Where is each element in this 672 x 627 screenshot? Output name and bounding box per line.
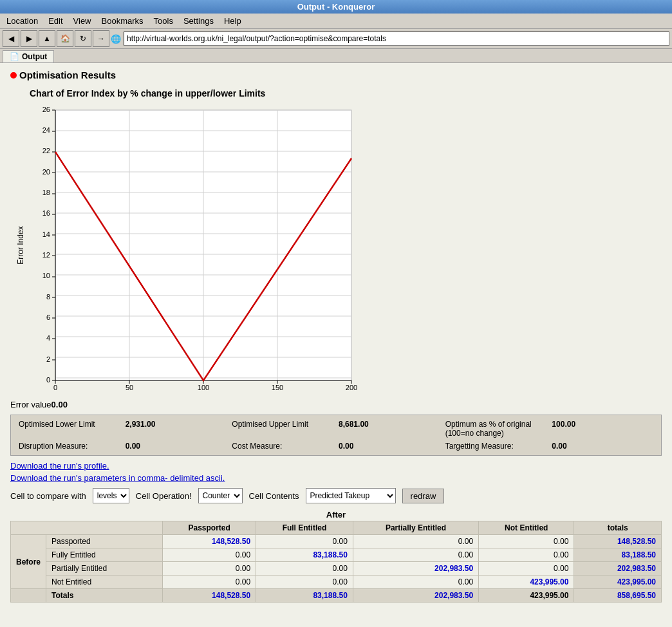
svg-text:20: 20 xyxy=(42,168,50,176)
download-profile-link[interactable]: Download the run's profile. xyxy=(10,461,662,471)
cell-passported-not: 0.00 xyxy=(479,535,574,548)
menu-edit[interactable]: Edit xyxy=(44,15,66,27)
upper-limit-value: 8,681.00 xyxy=(336,419,443,438)
cell-not-not: 423,995.00 xyxy=(479,576,574,589)
row-label-passported: Passported xyxy=(46,535,163,548)
menu-help[interactable]: Help xyxy=(220,15,245,27)
cell-compare-select[interactable]: levels xyxy=(93,488,129,503)
disruption-label: Disruption Measure: xyxy=(16,441,123,451)
targeting-label: Targetting Measure: xyxy=(443,441,550,451)
results-row-1: Optimised Lower Limit 2,931.00 Optimised… xyxy=(11,418,661,440)
svg-text:Error Index: Error Index xyxy=(16,226,25,264)
upper-limit-label: Optimised Upper Limit xyxy=(229,419,336,438)
results-row-2: Disruption Measure: 0.00 Cost Measure: 0… xyxy=(11,440,661,453)
cell-fully-totals: 83,188.50 xyxy=(574,548,662,562)
output-tab[interactable]: 📄 Output xyxy=(3,50,54,62)
back-button[interactable]: ◀ xyxy=(3,30,19,47)
cell-passported-full: 0.00 xyxy=(256,535,353,548)
svg-text:10: 10 xyxy=(42,272,50,279)
table-row: Fully Entitled 0.00 83,188.50 0.00 0.00 … xyxy=(11,548,662,562)
cell-partial-totals: 202,983.50 xyxy=(574,562,662,576)
disruption-value: 0.00 xyxy=(123,441,230,451)
row-label-fully: Fully Entitled xyxy=(46,548,163,562)
lower-limit-label: Optimised Lower Limit xyxy=(16,419,123,438)
svg-text:18: 18 xyxy=(42,189,50,196)
cell-passported-passported: 148,528.50 xyxy=(163,535,256,548)
col-header-not: Not Entitled xyxy=(479,521,574,535)
cell-fully-passported: 0.00 xyxy=(163,548,256,562)
svg-text:200: 200 xyxy=(346,384,357,391)
download-params-link[interactable]: Download the run's parameters in comma- … xyxy=(10,473,662,483)
menu-settings[interactable]: Settings xyxy=(180,15,218,27)
svg-text:22: 22 xyxy=(42,147,50,154)
page-title: Optimisation Results xyxy=(19,70,116,80)
svg-text:12: 12 xyxy=(42,251,50,259)
tab-label: Output xyxy=(22,52,47,61)
forward-button[interactable]: ▶ xyxy=(21,30,37,47)
totals-passported: 148,528.50 xyxy=(163,589,256,603)
targeting-value: 0.00 xyxy=(549,441,656,451)
svg-text:2: 2 xyxy=(46,355,50,363)
address-input[interactable] xyxy=(124,32,669,46)
window-title: Output - Konqueror xyxy=(297,2,375,12)
title-bar: Output - Konqueror xyxy=(0,0,672,14)
menu-view[interactable]: View xyxy=(70,15,95,27)
totals-total: 858,695.50 xyxy=(574,589,662,603)
error-value: 0.00 xyxy=(51,400,68,409)
controls-row: Cell to compare with levels Cell Operati… xyxy=(10,488,662,503)
svg-text:100: 100 xyxy=(198,384,209,391)
title-dot xyxy=(10,72,17,79)
page-content: Optimisation Results Chart of Error Inde… xyxy=(0,63,672,613)
table-row: Not Entitled 0.00 0.00 0.00 423,995.00 4… xyxy=(11,576,662,589)
cell-operation-select[interactable]: Counter xyxy=(198,488,243,503)
cell-not-passported: 0.00 xyxy=(163,576,256,589)
svg-text:0: 0 xyxy=(46,376,50,384)
menu-bar: Location Edit View Bookmarks Tools Setti… xyxy=(0,14,672,29)
cell-not-partial: 0.00 xyxy=(353,576,478,589)
redraw-button[interactable]: redraw xyxy=(402,489,445,503)
totals-row: Totals 148,528.50 83,188.50 202,983.50 4… xyxy=(11,589,662,603)
menu-location[interactable]: Location xyxy=(3,15,42,27)
totals-full: 83,188.50 xyxy=(256,589,353,603)
data-table: Passported Full Entitled Partially Entit… xyxy=(10,521,662,603)
table-row: Partially Entitled 0.00 0.00 202,983.50 … xyxy=(11,562,662,576)
cell-fully-partial: 0.00 xyxy=(353,548,478,562)
svg-text:50: 50 xyxy=(126,384,133,391)
cell-partial-not: 0.00 xyxy=(479,562,574,576)
cell-partial-partial: 202,983.50 xyxy=(353,562,478,576)
lower-limit-value: 2,931.00 xyxy=(123,419,230,438)
cell-contents-select[interactable]: Predicted Takeup xyxy=(306,488,396,503)
cell-partial-passported: 0.00 xyxy=(163,562,256,576)
go-button[interactable]: → xyxy=(93,30,109,47)
svg-text:24: 24 xyxy=(42,126,50,134)
chart-container: 0 2 4 6 8 10 12 14 16 18 20 22 24 26 xyxy=(10,104,371,393)
before-label: Before xyxy=(11,535,46,589)
reload-button[interactable]: ↻ xyxy=(75,30,91,47)
optimum-value: 100.00 xyxy=(549,419,656,438)
totals-section-empty xyxy=(11,589,46,603)
cell-partial-full: 0.00 xyxy=(256,562,353,576)
menu-bookmarks[interactable]: Bookmarks xyxy=(98,15,147,27)
svg-text:8: 8 xyxy=(46,293,50,301)
svg-text:6: 6 xyxy=(46,314,50,321)
row-label-partial: Partially Entitled xyxy=(46,562,163,576)
results-grid: Optimised Lower Limit 2,931.00 Optimised… xyxy=(10,415,662,456)
error-label: Error value xyxy=(10,400,51,409)
menu-tools[interactable]: Tools xyxy=(150,15,177,27)
up-button[interactable]: ▲ xyxy=(39,30,55,47)
optimum-label: Optimum as % of original (100=no change) xyxy=(443,419,550,438)
after-label: After xyxy=(10,510,662,519)
cell-passported-totals: 148,528.50 xyxy=(574,535,662,548)
totals-partial: 202,983.50 xyxy=(353,589,478,603)
cell-compare-label: Cell to compare with xyxy=(10,491,86,501)
home-button[interactable]: 🏠 xyxy=(57,30,73,47)
totals-label: Totals xyxy=(46,589,163,603)
svg-text:14: 14 xyxy=(42,230,50,238)
col-header-totals: totals xyxy=(574,521,662,535)
col-header-passported: Passported xyxy=(163,521,256,535)
cell-fully-full: 83,188.50 xyxy=(256,548,353,562)
chart-svg: 0 2 4 6 8 10 12 14 16 18 20 22 24 26 xyxy=(10,104,371,393)
svg-text:16: 16 xyxy=(42,209,50,217)
globe-icon: 🌐 xyxy=(111,34,121,44)
svg-text:150: 150 xyxy=(272,384,283,391)
